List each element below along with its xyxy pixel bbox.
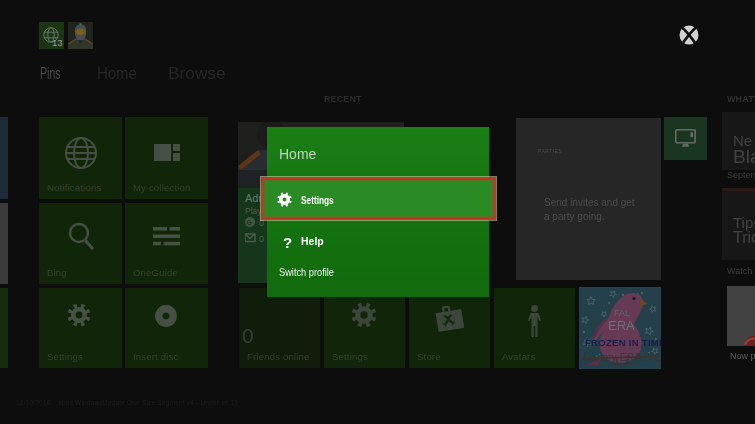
svg-text:G: G bbox=[246, 219, 252, 226]
svg-text:0: 0 bbox=[259, 234, 264, 244]
svg-text:13: 13 bbox=[52, 37, 63, 48]
